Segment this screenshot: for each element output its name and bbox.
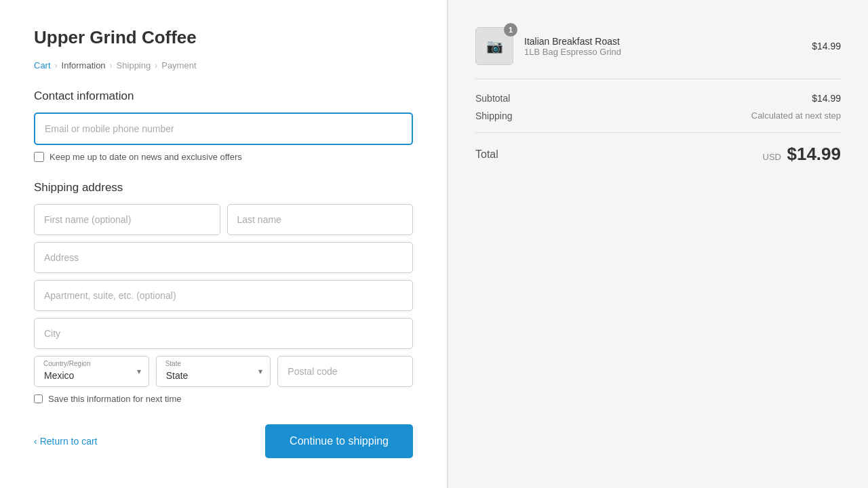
save-info-label[interactable]: Save this information for next time — [48, 394, 182, 404]
return-to-cart-link[interactable]: ‹ Return to cart — [34, 436, 98, 447]
item-description: 1LB Bag Espresso Grind — [524, 47, 801, 57]
breadcrumb: Cart › Information › Shipping › Payment — [34, 60, 413, 70]
apartment-input[interactable] — [34, 280, 413, 311]
total-currency: USD — [763, 152, 781, 162]
item-info: Italian Breakfast Roast 1LB Bag Espresso… — [524, 36, 801, 57]
price-divider — [475, 132, 841, 133]
country-select-wrapper: Country/Region Mexico ▾ — [34, 356, 149, 387]
save-info-row: Save this information for next time — [34, 394, 413, 404]
breadcrumb-sep-2: › — [110, 61, 113, 70]
item-price: $14.99 — [812, 41, 841, 52]
state-label: State — [165, 360, 181, 367]
breadcrumb-shipping: Shipping — [117, 60, 151, 70]
item-image-wrapper: 📷 1 — [475, 27, 513, 65]
footer-buttons: ‹ Return to cart Continue to shipping — [34, 424, 413, 458]
breadcrumb-cart[interactable]: Cart — [34, 60, 51, 70]
address-input[interactable] — [34, 242, 413, 273]
country-label: Country/Region — [43, 360, 90, 367]
subtotal-value: $14.99 — [812, 93, 841, 104]
return-to-cart-label: Return to cart — [40, 436, 98, 447]
first-name-input[interactable] — [34, 204, 220, 235]
save-info-checkbox[interactable] — [34, 394, 43, 403]
shipping-row: Shipping Calculated at next step — [475, 110, 841, 121]
breadcrumb-sep-3: › — [155, 61, 157, 70]
breadcrumb-sep-1: › — [55, 61, 58, 70]
camera-icon: 📷 — [486, 38, 503, 54]
back-arrow-icon: ‹ — [34, 436, 37, 447]
name-row — [34, 204, 413, 235]
store-title: Upper Grind Coffee — [34, 27, 413, 48]
newsletter-checkbox[interactable] — [34, 152, 44, 162]
newsletter-row: Keep me up to date on news and exclusive… — [34, 152, 413, 162]
subtotal-row: Subtotal $14.99 — [475, 93, 841, 104]
total-row: Total USD $14.99 — [475, 144, 841, 165]
subtotal-label: Subtotal — [475, 93, 510, 104]
contact-section-title: Contact information — [34, 89, 413, 103]
city-input[interactable] — [34, 318, 413, 349]
total-amount: USD $14.99 — [763, 144, 841, 165]
breadcrumb-information: Information — [62, 60, 106, 70]
region-row: Country/Region Mexico ▾ State State ▾ — [34, 356, 413, 387]
state-select-wrapper: State State ▾ — [156, 356, 271, 387]
continue-to-shipping-button[interactable]: Continue to shipping — [265, 424, 413, 458]
breadcrumb-payment: Payment — [161, 60, 196, 70]
order-summary-panel: 📷 1 Italian Breakfast Roast 1LB Bag Espr… — [448, 0, 868, 488]
item-quantity-badge: 1 — [504, 23, 517, 37]
shipping-label: Shipping — [475, 110, 513, 121]
total-value: $14.99 — [787, 144, 841, 164]
shipping-value: Calculated at next step — [751, 110, 841, 121]
shipping-section-title: Shipping address — [34, 181, 413, 195]
checkout-left-panel: Upper Grind Coffee Cart › Information › … — [0, 0, 448, 488]
postal-code-input[interactable] — [277, 356, 413, 387]
total-label: Total — [475, 148, 498, 161]
newsletter-label[interactable]: Keep me up to date on news and exclusive… — [50, 152, 242, 162]
email-input[interactable] — [34, 113, 413, 145]
item-name: Italian Breakfast Roast — [524, 36, 801, 47]
order-item: 📷 1 Italian Breakfast Roast 1LB Bag Espr… — [475, 27, 841, 79]
last-name-input[interactable] — [227, 204, 414, 235]
